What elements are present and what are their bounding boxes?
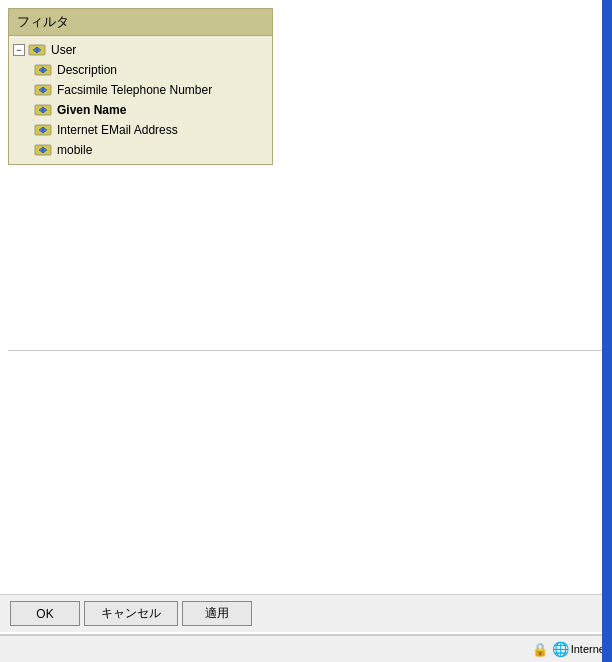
filter-header: フィルタ xyxy=(9,9,272,36)
user-node-icon xyxy=(27,42,47,58)
given-name-label: Given Name xyxy=(57,103,126,117)
lock-icon: 🔒 xyxy=(532,642,548,657)
tree-root-user[interactable]: − User xyxy=(9,40,272,60)
expand-button[interactable]: − xyxy=(13,44,25,56)
facsimile-label: Facsimile Telephone Number xyxy=(57,83,212,97)
status-bar-internet: 🌐 Internet xyxy=(552,641,608,657)
email-icon xyxy=(33,122,53,138)
given-name-icon xyxy=(33,102,53,118)
description-label: Description xyxy=(57,63,117,77)
tree-item-given-name[interactable]: Given Name xyxy=(29,100,272,120)
content-area: フィルタ − User xyxy=(0,0,612,662)
tree-item-mobile[interactable]: mobile xyxy=(29,140,272,160)
ok-button[interactable]: OK xyxy=(10,601,80,626)
tree-item-email[interactable]: Internet EMail Address xyxy=(29,120,272,140)
mobile-icon xyxy=(33,142,53,158)
tree-item-facsimile[interactable]: Facsimile Telephone Number xyxy=(29,80,272,100)
email-label: Internet EMail Address xyxy=(57,123,178,137)
apply-button[interactable]: 適用 xyxy=(182,601,252,626)
filter-tree: − User xyxy=(9,36,272,164)
globe-icon: 🌐 xyxy=(552,641,569,657)
bottom-buttons: OK キャンセル 適用 xyxy=(0,594,612,632)
tree-item-description[interactable]: Description xyxy=(29,60,272,80)
status-bar-security: 🔒 xyxy=(532,642,548,657)
cancel-button[interactable]: キャンセル xyxy=(84,601,178,626)
mobile-label: mobile xyxy=(57,143,92,157)
filter-panel: フィルタ − User xyxy=(8,8,273,165)
child-items: Description Facsimile Telephone Number xyxy=(9,60,272,160)
divider xyxy=(8,350,604,351)
facsimile-icon xyxy=(33,82,53,98)
status-bar: 🔒 🌐 Internet xyxy=(0,634,612,662)
right-blue-bar xyxy=(602,0,612,662)
user-label: User xyxy=(51,43,76,57)
description-icon xyxy=(33,62,53,78)
main-window: フィルタ − User xyxy=(0,0,612,662)
